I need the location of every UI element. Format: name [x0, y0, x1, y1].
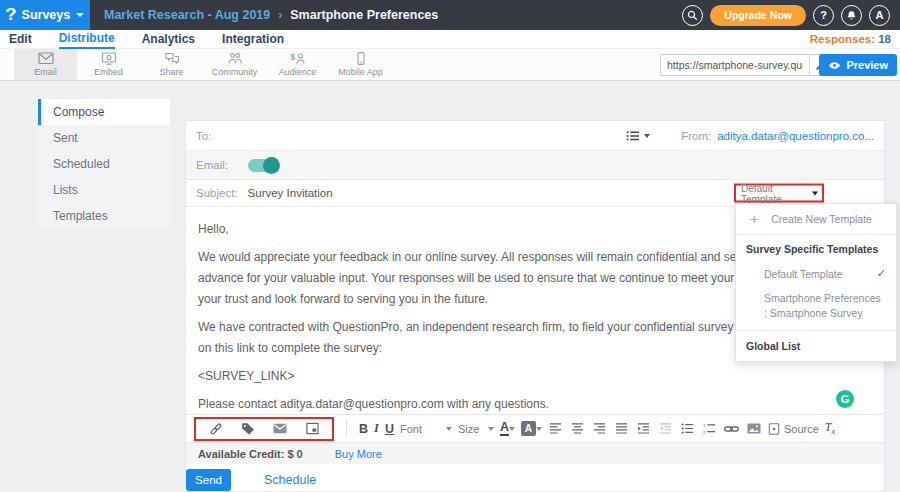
surveys-menu-button[interactable]: ? Surveys	[0, 0, 90, 30]
upgrade-now-button[interactable]: Upgrade Now	[710, 5, 806, 26]
body-paragraph: <SURVEY_LINK>	[198, 366, 872, 387]
align-center-button[interactable]	[570, 419, 586, 439]
background-color-icon: A	[521, 421, 536, 436]
sidebar-item-scheduled[interactable]: Scheduled	[38, 151, 170, 177]
image-icon	[747, 423, 761, 434]
insert-tag-button[interactable]	[240, 419, 256, 439]
available-credit-label: Available Credit: $ 0	[198, 448, 303, 460]
insert-embed-button[interactable]	[304, 419, 320, 439]
send-button[interactable]: Send	[186, 469, 231, 491]
contact-list-icon	[626, 130, 640, 142]
remove-format-x: x	[832, 428, 836, 437]
chevron-down-icon	[536, 427, 542, 431]
template-select[interactable]: Default Template	[741, 182, 818, 204]
chevron-down-icon	[488, 427, 494, 431]
from-email-link[interactable]: aditya.datar@questionpro.co...	[717, 130, 874, 142]
italic-button[interactable]: I	[374, 421, 379, 436]
text-color-icon: A	[500, 421, 509, 436]
tab-distribute[interactable]: Distribute	[59, 30, 115, 49]
align-justify-button[interactable]	[614, 419, 630, 439]
channel-email[interactable]: Email	[14, 49, 77, 80]
indent-button[interactable]	[636, 419, 652, 439]
avatar-initial: A	[876, 9, 884, 21]
hyperlink-button[interactable]	[724, 419, 740, 439]
help-button[interactable]: ?	[813, 5, 834, 26]
body-paragraph: Please contact aditya.datar@questionpro.…	[198, 394, 872, 414]
tab-edit[interactable]: Edit	[9, 30, 32, 49]
align-right-button[interactable]	[592, 419, 608, 439]
search-icon	[687, 10, 698, 21]
channel-embed[interactable]: Embed	[77, 49, 140, 80]
menu-item-smartphone-template[interactable]: Smartphone Preferences : Smartphone Surv…	[736, 286, 896, 330]
source-doc-icon	[768, 423, 780, 435]
size-dropdown[interactable]: Size	[458, 423, 494, 435]
notifications-button[interactable]	[841, 5, 862, 26]
bold-button[interactable]: B	[359, 422, 368, 436]
channel-share[interactable]: Share	[140, 49, 203, 80]
search-button[interactable]	[682, 5, 703, 26]
email-toggle-label: Email:	[196, 159, 228, 171]
menu-item-create-new-template[interactable]: + Create New Template	[736, 204, 896, 235]
preview-button[interactable]: Preview	[819, 54, 897, 76]
align-left-button[interactable]	[548, 419, 564, 439]
channel-community[interactable]: Community	[203, 49, 266, 80]
sidebar-item-sent[interactable]: Sent	[38, 125, 170, 151]
select-email-list-button[interactable]	[626, 130, 650, 142]
svg-text:$: $	[290, 52, 295, 62]
remove-format-button[interactable]: Tx	[825, 420, 835, 436]
community-icon	[227, 52, 243, 65]
toggle-knob-icon	[263, 157, 280, 174]
from-group: From: aditya.datar@questionpro.co...	[681, 130, 874, 142]
menu-section-global-list[interactable]: Global List	[736, 330, 896, 361]
preview-label: Preview	[846, 59, 888, 71]
account-avatar[interactable]: A	[869, 5, 890, 26]
to-label: To:	[196, 130, 211, 142]
tab-integration[interactable]: Integration	[222, 30, 284, 49]
subject-input[interactable]: Survey Invitation	[248, 187, 333, 199]
bullet-list-button[interactable]	[680, 419, 696, 439]
outdent-button[interactable]	[658, 419, 674, 439]
text-color-button[interactable]: A	[500, 421, 515, 436]
tab-analytics[interactable]: Analytics	[142, 30, 195, 49]
align-center-icon	[571, 423, 584, 434]
credit-band: Available Credit: $ 0 Buy More	[186, 442, 884, 464]
channel-label: Share	[159, 67, 183, 77]
eye-icon	[828, 61, 841, 70]
header-actions: Upgrade Now ? A	[682, 5, 900, 26]
embed-icon	[101, 52, 117, 65]
font-dropdown[interactable]: Font	[400, 423, 452, 435]
smartphone-template-line2: : Smartphone Survey	[764, 306, 886, 321]
grammarly-button[interactable]: G	[836, 390, 854, 408]
align-right-icon	[593, 423, 606, 434]
to-row-actions: From: aditya.datar@questionpro.co...	[626, 130, 874, 142]
menu-section-survey-templates: Survey Specific Templates	[736, 235, 896, 261]
channel-label: Audience	[279, 67, 317, 77]
sidebar-item-lists[interactable]: Lists	[38, 177, 170, 203]
channel-audience[interactable]: $ Audience	[266, 49, 329, 80]
underline-button[interactable]: U	[385, 422, 394, 436]
email-toggle[interactable]	[248, 159, 278, 172]
editor-toolbar: B I U Font Size A A 12 Source	[186, 414, 884, 442]
responses-count: 18	[878, 33, 891, 45]
background-color-button[interactable]: A	[521, 421, 542, 436]
link-icon	[209, 422, 223, 436]
sidebar-item-compose[interactable]: Compose	[38, 99, 170, 125]
buy-more-link[interactable]: Buy More	[335, 448, 382, 460]
sidebar-item-templates[interactable]: Templates	[38, 203, 170, 229]
insert-image-button[interactable]	[746, 419, 762, 439]
survey-url-input[interactable]	[661, 59, 809, 71]
source-button[interactable]: Source	[768, 423, 819, 435]
size-dropdown-label: Size	[458, 423, 479, 435]
numbered-list-button[interactable]: 12	[702, 419, 718, 439]
embed-box-icon	[306, 422, 319, 435]
menu-item-default-template[interactable]: Default Template ✓	[736, 261, 896, 286]
insert-survey-link-button[interactable]	[208, 419, 224, 439]
schedule-link[interactable]: Schedule	[264, 473, 316, 487]
questionpro-logo-icon: ?	[5, 6, 16, 24]
breadcrumb-page-title: Smartphone Preferences	[290, 8, 438, 22]
channel-mobile-app[interactable]: Mobile App	[329, 49, 392, 80]
audience-icon: $	[290, 52, 306, 65]
to-recipients-input[interactable]	[219, 121, 626, 150]
breadcrumb-survey-name[interactable]: Market Research - Aug 2019	[104, 8, 270, 22]
insert-email-button[interactable]	[272, 419, 288, 439]
